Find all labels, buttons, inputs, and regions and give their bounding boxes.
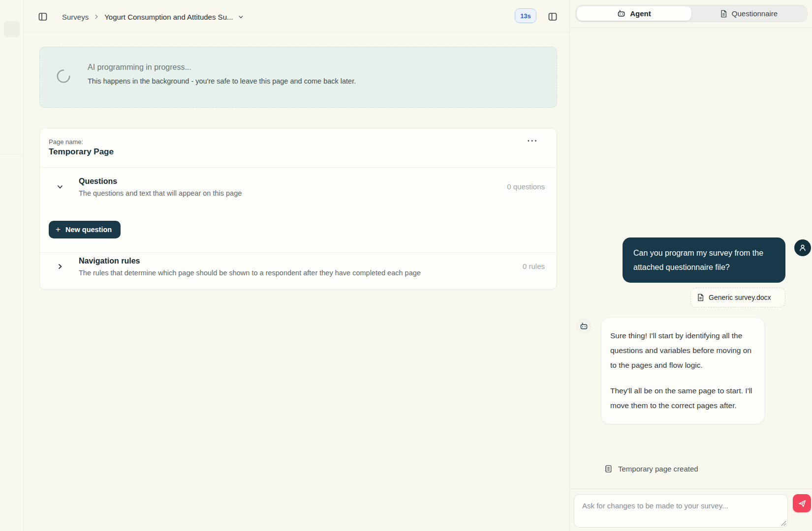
panel-left-icon [38, 12, 48, 22]
questions-section-title: Questions [79, 177, 117, 186]
ai-progress-banner: AI programming in progress... This happe… [39, 47, 557, 108]
questions-collapse-toggle[interactable] [55, 181, 65, 192]
survey-title: Yogurt Consumption and Attitudes Su... [104, 13, 233, 21]
page-name-value: Temporary Page [49, 147, 114, 157]
bot-message-paragraph: They'll all be on the same page to start… [610, 384, 755, 413]
sidebar-ghost-tile [4, 21, 20, 37]
questions-section-description: The questions and text that will appear … [79, 189, 242, 197]
tab-questionnaire[interactable]: Questionnaire [691, 6, 806, 21]
composer-divider [570, 489, 812, 489]
navigation-rules-count: 0 rules [523, 262, 545, 270]
page-card: Page name: Temporary Page ⋯ Questions Th… [39, 128, 557, 290]
breadcrumb-surveys-link[interactable]: Surveys [62, 13, 89, 21]
user-message-bubble: Can you program my survey from the attac… [623, 237, 785, 283]
panel-tab-switcher: Agent Questionnaire [575, 5, 808, 22]
plus-icon: + [56, 225, 61, 235]
navigation-section-description: The rules that determine which page shou… [79, 269, 421, 277]
person-icon [798, 243, 807, 252]
bot-message-bubble: Sure thing! I'll start by identifying al… [601, 317, 765, 424]
status-event-row: Temporary page created [604, 465, 698, 473]
sidebar-toggle-button[interactable] [37, 11, 48, 22]
panel-right-icon [548, 12, 558, 22]
chevron-down-icon [56, 183, 64, 191]
bot-avatar [576, 319, 591, 333]
agent-panel: Agent Questionnaire Can you program my s… [569, 0, 812, 531]
chevron-down-icon [238, 14, 244, 20]
status-event-text: Temporary page created [618, 465, 698, 473]
navigation-section-title: Navigation rules [79, 257, 140, 266]
collapsed-sidebar [0, 0, 24, 531]
more-menu-icon[interactable]: ⋯ [527, 135, 538, 146]
new-question-label: New question [65, 226, 112, 234]
breadcrumb: Surveys Yogurt Consumption and Attitudes… [62, 11, 244, 23]
sidebar-divider [0, 154, 24, 154]
send-icon [798, 499, 807, 508]
card-divider [40, 252, 557, 253]
attachment-name: Generic survey.docx [709, 294, 771, 301]
document-icon [720, 10, 727, 18]
main-topbar: Surveys Yogurt Consumption and Attitudes… [24, 0, 569, 32]
navigation-collapse-toggle[interactable] [55, 261, 65, 272]
attachment-chip[interactable]: Generic survey.docx [690, 288, 785, 307]
robot-icon [617, 9, 625, 18]
banner-title: AI programming in progress... [88, 63, 191, 72]
chevron-right-icon [56, 263, 64, 270]
panel-toggle-button[interactable] [547, 11, 558, 22]
spinner-icon [56, 69, 71, 84]
agent-panel-header: Agent Questionnaire [570, 0, 812, 28]
elapsed-time-badge[interactable]: 13s [515, 8, 536, 23]
questions-count: 0 questions [507, 182, 545, 191]
card-divider [40, 167, 557, 168]
tab-agent[interactable]: Agent [577, 6, 691, 21]
banner-subtitle: This happens in the background - you're … [88, 77, 356, 85]
page-name-label: Page name: [49, 138, 83, 146]
user-avatar [794, 239, 811, 256]
survey-title-dropdown[interactable]: Yogurt Consumption and Attitudes Su... [104, 13, 244, 21]
robot-icon [580, 322, 588, 330]
chat-input[interactable] [574, 494, 788, 528]
bot-message-paragraph: Sure thing! I'll start by identifying al… [610, 328, 755, 373]
new-question-button[interactable]: + New question [49, 221, 121, 238]
document-icon [697, 294, 704, 301]
resize-handle-icon[interactable] [780, 520, 786, 526]
tab-agent-label: Agent [630, 9, 651, 18]
send-button[interactable] [793, 494, 811, 512]
notepad-icon [604, 465, 612, 473]
chevron-right-icon [93, 13, 100, 20]
tab-questionnaire-label: Questionnaire [732, 9, 778, 18]
